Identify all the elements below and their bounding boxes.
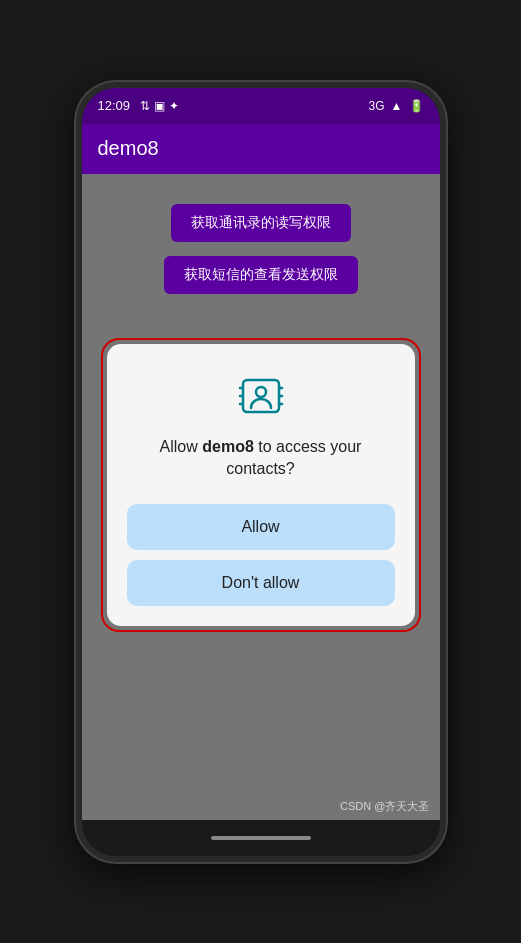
contacts-icon bbox=[237, 372, 285, 420]
network-type: 3G bbox=[369, 99, 385, 113]
permission-dialog: Allow demo8 to access your contacts? All… bbox=[107, 344, 415, 627]
dialog-message: Allow demo8 to access your contacts? bbox=[127, 436, 395, 481]
time-display: 12:09 bbox=[98, 98, 131, 113]
sim-icon: ▣ bbox=[154, 99, 165, 113]
nav-bar bbox=[82, 820, 440, 856]
dialog-buttons: Allow Don't allow bbox=[127, 504, 395, 606]
app-title: demo8 bbox=[98, 137, 159, 160]
settings-icon: ✦ bbox=[169, 99, 179, 113]
dont-allow-button[interactable]: Don't allow bbox=[127, 560, 395, 606]
dialog-message-prefix: Allow bbox=[160, 438, 203, 455]
screen-content: 获取通讯录的读写权限 获取短信的查看发送权限 bbox=[82, 174, 440, 820]
watermark: CSDN @齐天大圣 bbox=[340, 799, 429, 814]
phone-frame: 12:09 ⇅ ▣ ✦ 3G ▲ 🔋 demo8 获取通讯录的读写权限 获取短信… bbox=[76, 82, 446, 862]
dialog-app-name: demo8 bbox=[202, 438, 254, 455]
contacts-perm-button[interactable]: 获取通讯录的读写权限 bbox=[171, 204, 351, 242]
sms-perm-button[interactable]: 获取短信的查看发送权限 bbox=[164, 256, 358, 294]
dialog-highlight-border: Allow demo8 to access your contacts? All… bbox=[101, 338, 421, 633]
data-sync-icon: ⇅ bbox=[140, 99, 150, 113]
allow-button[interactable]: Allow bbox=[127, 504, 395, 550]
signal-icon: ▲ bbox=[391, 99, 403, 113]
status-bar: 12:09 ⇅ ▣ ✦ 3G ▲ 🔋 bbox=[82, 88, 440, 124]
svg-point-1 bbox=[256, 387, 266, 397]
battery-icon: 🔋 bbox=[409, 99, 424, 113]
app-bar: demo8 bbox=[82, 124, 440, 174]
nav-indicator bbox=[211, 836, 311, 840]
